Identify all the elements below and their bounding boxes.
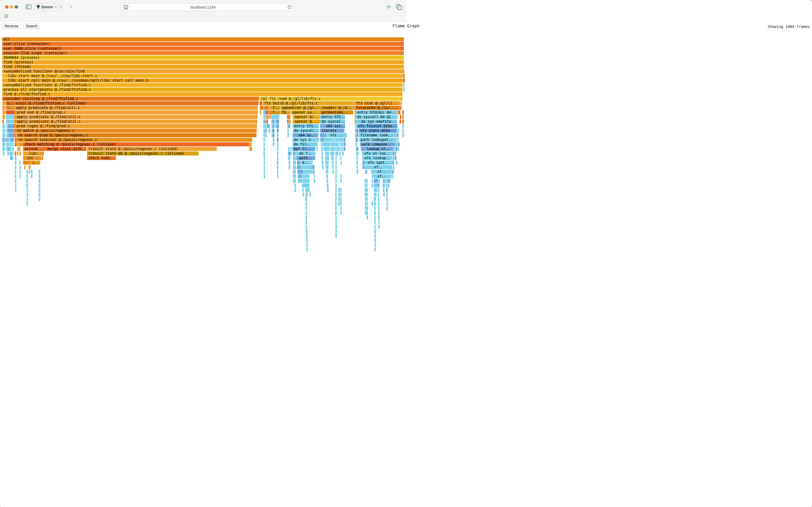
flame-frame[interactable]: user.slice (container) [2, 42, 404, 46]
flame-frame[interactable] [374, 238, 376, 242]
flame-frame[interactable] [19, 161, 21, 165]
flame-frame[interactable] [289, 124, 290, 128]
flame-frame[interactable]: transit_state_mb @./posix/regexec.c (inl… [87, 152, 199, 156]
flame-frame[interactable] [335, 156, 337, 160]
flame-frame[interactable] [403, 83, 405, 87]
flame-frame[interactable]: filename_look.. [359, 133, 397, 137]
flame-frame[interactable] [335, 234, 337, 238]
flame-frame[interactable] [265, 119, 266, 123]
flame-frame[interactable] [264, 147, 265, 151]
flame-frame[interactable] [289, 156, 290, 160]
flame-frame[interactable] [277, 174, 279, 178]
flame-frame[interactable]: xfs_iget.. [364, 161, 392, 165]
flame-frame[interactable] [275, 124, 277, 128]
flame-frame[interactable]: __x64_sy.. [293, 133, 318, 137]
flame-frame[interactable]: entry_SYSCALL_64.. [355, 110, 398, 114]
flame-frame[interactable] [269, 129, 270, 133]
flame-frame[interactable]: l.. [6, 106, 14, 110]
flame-frame[interactable] [15, 170, 16, 174]
flame-frame[interactable]: session-7318.scope (container) [2, 51, 404, 55]
flame-frame[interactable] [2, 106, 5, 110]
flame-frame[interactable] [15, 165, 16, 169]
flame-frame[interactable] [12, 147, 14, 151]
flame-frame[interactable] [323, 142, 331, 146]
flame-frame[interactable] [39, 174, 40, 178]
flame-frame[interactable] [297, 170, 303, 174]
flame-frame[interactable] [4, 147, 5, 151]
flame-frame[interactable] [332, 161, 334, 165]
flame-frame[interactable] [19, 170, 21, 174]
flame-frame[interactable] [2, 138, 4, 142]
flame-frame[interactable] [400, 101, 402, 105]
flame-frame[interactable] [340, 179, 342, 183]
flame-frame[interactable] [265, 133, 267, 137]
flame-frame[interactable] [393, 152, 395, 156]
flame-frame[interactable]: entry_SYS.. [320, 115, 345, 119]
flame-frame[interactable] [14, 133, 16, 137]
flame-frame[interactable] [402, 133, 404, 137]
flame-frame[interactable] [332, 165, 334, 169]
flame-frame[interactable] [366, 183, 368, 187]
flame-frame[interactable]: d.. [300, 161, 311, 165]
flame-frame[interactable]: __lookup_sl.. [361, 147, 393, 151]
flame-frame[interactable] [269, 106, 271, 110]
flame-frame[interactable] [264, 152, 265, 156]
flame-frame[interactable] [403, 74, 405, 78]
flame-frame[interactable] [371, 179, 373, 183]
flame-frame[interactable] [7, 152, 9, 156]
flame-frame[interactable] [264, 124, 265, 128]
flame-frame[interactable] [403, 69, 404, 73]
flame-frame[interactable] [26, 202, 28, 206]
flame-frame[interactable] [393, 156, 395, 160]
flame-frame[interactable] [277, 147, 279, 151]
flame-frame[interactable] [9, 133, 14, 137]
flame-frame[interactable] [403, 88, 405, 92]
flame-frame[interactable] [403, 78, 405, 82]
flame-frame[interactable] [273, 138, 275, 142]
flame-frame[interactable] [355, 133, 357, 137]
flame-frame[interactable] [383, 188, 385, 192]
flame-frame[interactable] [396, 147, 397, 151]
flame-frame[interactable] [357, 147, 358, 151]
flame-frame[interactable] [365, 197, 366, 201]
flame-frame[interactable]: check_node.. [87, 156, 116, 160]
flame-frame[interactable] [332, 170, 334, 174]
flame-frame[interactable] [366, 197, 368, 201]
flame-frame[interactable] [9, 147, 11, 151]
flame-frame[interactable] [322, 138, 324, 142]
flame-frame[interactable] [344, 142, 346, 146]
flame-frame[interactable] [338, 188, 340, 192]
flame-frame[interactable]: __libc_start_main @./csu/../csu/libc-sta… [2, 74, 403, 78]
flame-frame[interactable] [386, 183, 388, 187]
flame-frame[interactable] [393, 147, 395, 151]
flame-frame[interactable]: process_all_startpoints @./find/ftsfind.… [2, 88, 403, 92]
flame-frame[interactable] [335, 138, 343, 142]
flame-frame[interactable] [309, 192, 311, 196]
flame-frame[interactable]: openat_sa.. [291, 110, 321, 114]
flame-frame[interactable] [264, 156, 265, 160]
flame-frame[interactable] [378, 188, 380, 192]
flame-frame[interactable] [335, 192, 337, 196]
flame-frame[interactable] [378, 206, 380, 210]
flame-frame[interactable] [42, 156, 43, 160]
flame-frame[interactable] [7, 147, 9, 151]
flame-frame[interactable] [366, 188, 368, 192]
flame-frame[interactable] [277, 129, 279, 133]
flame-frame[interactable] [355, 124, 357, 128]
flame-frame[interactable] [395, 152, 396, 156]
flame-frame[interactable] [362, 165, 364, 169]
flame-frame[interactable] [305, 188, 309, 192]
flame-frame[interactable] [365, 202, 366, 206]
flame-frame[interactable] [393, 165, 395, 169]
flame-frame[interactable]: fts_build @./gl/lib/fts.c [263, 101, 354, 105]
flame-frame[interactable] [324, 138, 334, 142]
flame-frame[interactable] [371, 183, 373, 187]
flame-frame[interactable] [366, 215, 368, 219]
flame-frame[interactable] [39, 197, 40, 201]
flame-frame[interactable] [269, 124, 270, 128]
flame-frame[interactable] [7, 142, 9, 146]
flame-frame[interactable] [273, 124, 275, 128]
flame-frame[interactable] [294, 156, 296, 160]
flame-frame[interactable] [11, 138, 14, 142]
flame-frame[interactable] [277, 170, 279, 174]
